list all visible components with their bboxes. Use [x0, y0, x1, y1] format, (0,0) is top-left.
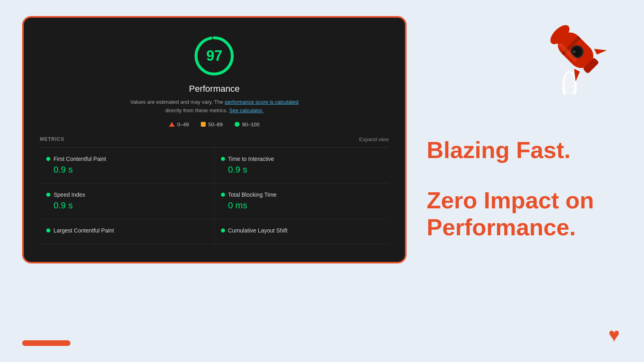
metrics-header: METRICS Expand view	[40, 136, 389, 148]
blazing-fast-heading: Blazing Fast.	[427, 137, 644, 163]
right-content: Blazing Fast. Zero Impact on Performance…	[411, 0, 644, 362]
legend-triangle-icon	[169, 122, 175, 127]
si-status-dot	[46, 193, 50, 197]
legend-item-high: 90–100	[235, 121, 259, 128]
score-number: 97	[206, 47, 222, 64]
score-circle: 97	[192, 34, 236, 78]
red-bar-decoration	[22, 340, 70, 346]
heart-icon: ♥	[609, 324, 620, 346]
performance-score-link[interactable]: performance score is calculated	[225, 99, 299, 105]
rocket-illustration	[531, 6, 620, 95]
score-legend: 0–49 50–89 90–100	[169, 121, 259, 128]
metric-item-cls: Cumulative Layout Shift	[215, 219, 389, 245]
svg-marker-11	[592, 43, 607, 57]
tti-status-dot	[221, 157, 225, 161]
legend-square-icon	[201, 122, 206, 127]
tbt-value: 0 ms	[221, 200, 383, 211]
tti-label: Time to Interactive	[228, 156, 275, 162]
metric-item-lcp: Largest Contentful Paint	[40, 219, 215, 245]
fcp-status-dot	[46, 157, 50, 161]
metric-item-tbt: Total Blocking Time 0 ms	[215, 183, 389, 219]
legend-item-mid: 50–89	[201, 121, 223, 128]
rocket-svg	[531, 6, 620, 95]
metric-item-tti: Time to Interactive 0.9 s	[215, 148, 389, 183]
legend-item-low: 0–49	[169, 121, 189, 128]
lcp-status-dot	[46, 228, 50, 232]
metrics-section: METRICS Expand view First Contentful Pai…	[40, 136, 389, 245]
performance-title: Performance	[189, 84, 240, 94]
legend-range-mid: 50–89	[208, 121, 223, 128]
metrics-label: METRICS	[40, 136, 64, 142]
cls-label: Cumulative Layout Shift	[228, 227, 288, 234]
legend-range-high: 90–100	[242, 121, 259, 128]
expand-view-button[interactable]: Expand view	[359, 136, 389, 142]
tbt-status-dot	[221, 193, 225, 197]
zero-impact-heading: Zero Impact on Performance.	[427, 187, 644, 241]
fcp-label: First Contentful Paint	[54, 156, 106, 162]
cls-status-dot	[221, 228, 225, 232]
performance-card-wrapper: 97 Performance Values are estimated and …	[22, 16, 407, 263]
performance-card: 97 Performance Values are estimated and …	[24, 18, 405, 262]
metric-item-si: Speed Index 0.9 s	[40, 183, 215, 219]
subtitle-text: Values are estimated and may vary. The p…	[130, 98, 298, 115]
metrics-grid: First Contentful Paint 0.9 s Time to Int…	[40, 148, 389, 245]
legend-circle-icon	[235, 122, 239, 127]
si-label: Speed Index	[54, 191, 85, 198]
si-value: 0.9 s	[46, 200, 208, 211]
calculator-link[interactable]: See calculator.	[229, 107, 263, 113]
metric-item-fcp: First Contentful Paint 0.9 s	[40, 148, 215, 183]
legend-range-low: 0–49	[177, 121, 189, 128]
lcp-label: Largest Contentful Paint	[54, 227, 114, 234]
fcp-value: 0.9 s	[46, 165, 208, 175]
score-section: 97 Performance Values are estimated and …	[130, 34, 298, 128]
tti-value: 0.9 s	[221, 165, 383, 175]
tbt-label: Total Blocking Time	[228, 191, 277, 198]
